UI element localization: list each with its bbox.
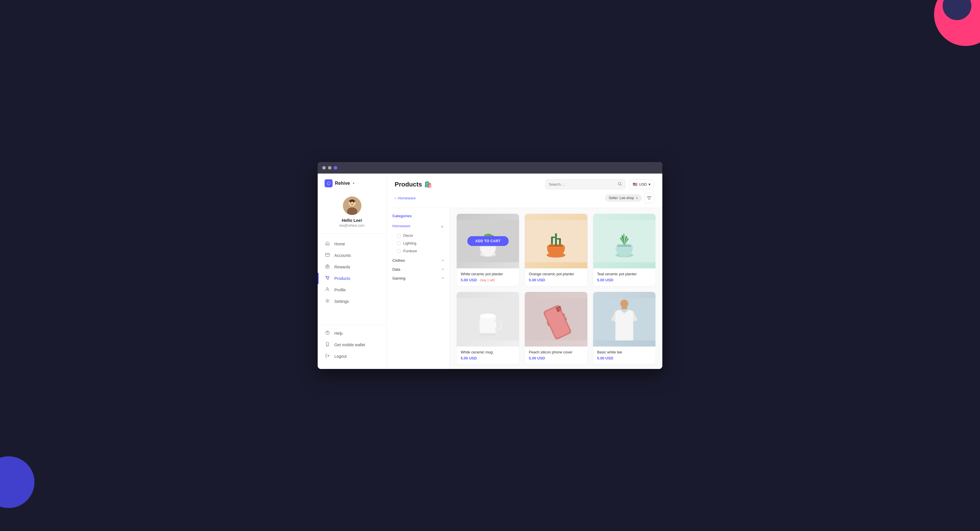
category-gaming-label: Gaming [392, 276, 406, 281]
product-card-orange-ceramic-pot[interactable]: Orange ceramic pot planter 5.00 USD [525, 214, 587, 286]
brand-chevron-icon: ▾ [353, 181, 355, 185]
decorative-circle-blue [0, 456, 35, 508]
white-tee-image [593, 292, 655, 346]
header-filters: ‹ Homeware Seller: Lee-shop ✕ [395, 193, 654, 203]
help-icon [325, 330, 330, 336]
content-area: Categories Homeware ▲ Decor [387, 208, 662, 369]
settings-icon [325, 298, 330, 304]
products-grid: ADD TO CART White ceramic pot planter 5.… [457, 214, 655, 364]
brand-icon: ⬡ [325, 179, 332, 187]
category-homeware-label: Homeware [392, 224, 410, 228]
categories-panel: Categories Homeware ▲ Decor [387, 208, 450, 369]
category-clothes-chevron-icon: ▾ [442, 258, 444, 262]
seller-filter-badge: Seller: Lee-shop ✕ [605, 195, 642, 201]
browser-titlebar [318, 162, 662, 174]
sidebar-item-logout[interactable]: Logout [318, 351, 386, 362]
window-dot-2 [328, 166, 331, 169]
product-price-white-pot: 5.00 USD Only 1 left! [461, 278, 515, 282]
subcategory-decor-label: Decor [403, 233, 413, 238]
sidebar-item-profile[interactable]: Profile [318, 284, 386, 296]
subcategory-funiture[interactable]: Funiture [387, 247, 450, 255]
product-price-white-mug: 5.00 USD [461, 356, 515, 360]
product-image-white-tee [593, 292, 655, 346]
header-right: 🇺🇸 USD ▾ [545, 179, 654, 189]
product-card-white-mug[interactable]: White ceramic mug 5.00 USD [457, 292, 519, 364]
radio-funiture[interactable] [397, 249, 401, 253]
product-info-teal-pot: Teal ceramic pot planter 5.00 USD [593, 268, 655, 286]
product-card-teal-ceramic-pot[interactable]: Teal ceramic pot planter 5.00 USD [593, 214, 655, 286]
sidebar-item-settings[interactable]: Settings [318, 296, 386, 307]
category-data[interactable]: Data ▾ [387, 265, 450, 274]
teal-pot-image [593, 214, 655, 268]
search-icon [618, 182, 622, 187]
product-card-white-ceramic-pot[interactable]: ADD TO CART White ceramic pot planter 5.… [457, 214, 519, 286]
product-info-white-mug: White ceramic mug 5.00 USD [457, 346, 519, 364]
sidebar-item-help[interactable]: Help [318, 328, 386, 339]
sidebar-profile: Hello Lee! lee@rehive.com [318, 192, 386, 234]
product-price-peach-phone: 5.00 USD [529, 356, 583, 360]
seller-badge-remove-button[interactable]: ✕ [636, 196, 638, 200]
sidebar-nav: Home Accounts Rewards [318, 234, 386, 325]
rewards-icon [325, 264, 330, 270]
sidebar-item-rewards[interactable]: Rewards [318, 261, 386, 273]
product-price-teal-pot: 5.00 USD [597, 278, 651, 282]
sidebar-item-mobile-wallet[interactable]: Get mobile wallet [318, 339, 386, 351]
product-info-orange-pot: Orange ceramic pot planter 5.00 USD [525, 268, 587, 286]
filter-button[interactable] [644, 193, 654, 203]
subcategory-funiture-label: Funiture [403, 249, 417, 253]
svg-point-10 [327, 300, 328, 302]
breadcrumb-back-icon[interactable]: ‹ [395, 196, 396, 200]
svg-point-8 [328, 279, 329, 279]
sidebar-item-home[interactable]: Home [318, 238, 386, 250]
product-card-peach-phone[interactable]: Peach silicon phone cover 5.00 USD [525, 292, 587, 364]
logout-icon [325, 353, 330, 359]
svg-rect-28 [551, 236, 555, 238]
white-mug-image [457, 292, 519, 346]
categories-title: Categories [387, 214, 450, 222]
profile-email: lee@rehive.com [339, 223, 364, 228]
main-header: Products 🛍️ 🇺🇸 USD ▾ [387, 174, 662, 208]
product-price-orange-pot: 5.00 USD [529, 278, 583, 282]
radio-decor[interactable] [397, 234, 401, 238]
product-image-teal-pot [593, 214, 655, 268]
sidebar-item-accounts[interactable]: Accounts [318, 250, 386, 261]
svg-rect-5 [325, 254, 329, 256]
sidebar-brand[interactable]: ⬡ Rehive ▾ [318, 174, 386, 192]
radio-lighting[interactable] [397, 241, 401, 246]
sidebar-item-products[interactable]: Products [318, 273, 386, 284]
product-image-white-mug [457, 292, 519, 346]
seller-badge-label: Seller: Lee-shop [609, 196, 634, 200]
search-input[interactable] [549, 182, 616, 187]
subcategory-lighting[interactable]: Lighting [387, 239, 450, 247]
product-name-orange-pot: Orange ceramic pot planter [529, 272, 583, 276]
search-bar[interactable] [545, 179, 625, 189]
breadcrumb-homeware-link[interactable]: Homeware [398, 196, 416, 200]
product-image-peach-phone [525, 292, 587, 346]
product-image-orange-pot [525, 214, 587, 268]
profile-label: Profile [334, 288, 346, 292]
currency-chevron-icon: ▾ [649, 182, 651, 187]
window-dot-1 [322, 166, 326, 169]
product-info-white-pot: White ceramic pot planter 5.00 USD Only … [457, 268, 519, 286]
add-to-cart-white-pot-button[interactable]: ADD TO CART [467, 236, 509, 246]
help-label: Help [334, 331, 343, 336]
svg-rect-30 [557, 238, 561, 240]
rewards-label: Rewards [334, 265, 350, 269]
browser-window: ⬡ Rehive ▾ [318, 162, 662, 369]
peach-phone-image [525, 292, 587, 346]
accounts-icon [325, 253, 330, 258]
category-clothes[interactable]: Clothes ▾ [387, 256, 450, 265]
category-homeware-chevron-icon: ▲ [441, 225, 444, 228]
currency-selector[interactable]: 🇺🇸 USD ▾ [629, 180, 654, 189]
currency-label: USD [639, 182, 647, 187]
decorative-circle-pink [934, 0, 980, 46]
product-name-white-mug: White ceramic mug [461, 350, 515, 354]
app-body: ⬡ Rehive ▾ [318, 174, 662, 369]
subcategory-decor[interactable]: Decor [387, 231, 450, 239]
products-grid-container: ADD TO CART White ceramic pot planter 5.… [450, 208, 662, 369]
product-card-white-tee[interactable]: Basic white tee 5.00 USD [593, 292, 655, 364]
category-homeware[interactable]: Homeware ▲ [387, 222, 450, 230]
category-gaming[interactable]: Gaming ▾ [387, 274, 450, 283]
header-top: Products 🛍️ 🇺🇸 USD ▾ [395, 179, 654, 189]
mobile-wallet-label: Get mobile wallet [334, 343, 365, 347]
